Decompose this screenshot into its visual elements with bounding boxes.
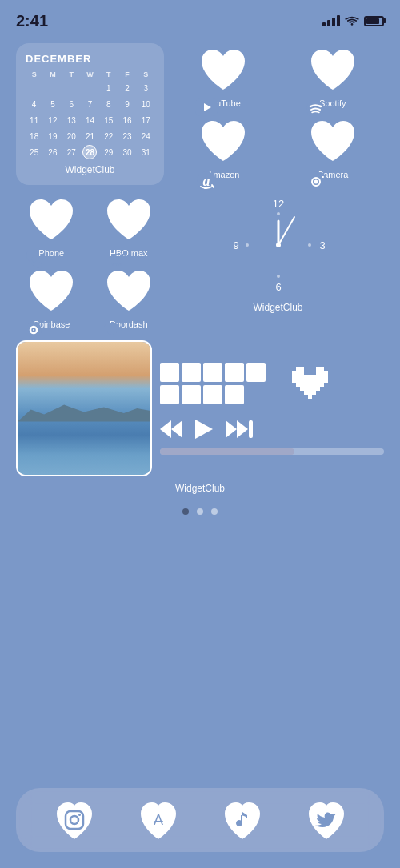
page-dot-1	[182, 508, 189, 515]
cal-day-12: 12	[46, 113, 60, 127]
battery-icon	[364, 16, 384, 26]
hbomax-icon: HBO max	[101, 248, 133, 266]
svg-marker-37	[160, 420, 171, 438]
svg-rect-34	[304, 391, 316, 395]
cal-day-13: 13	[64, 113, 78, 127]
playback-controls	[160, 420, 384, 439]
cal-header-s2: S	[138, 70, 154, 79]
cal-day-14: 14	[82, 113, 97, 127]
cal-day-2: 2	[120, 81, 134, 95]
svg-text:3: 3	[319, 239, 325, 251]
music-block	[182, 385, 201, 404]
amazon-icon: a	[195, 170, 218, 192]
status-icons	[322, 15, 384, 26]
cal-day-31: 31	[138, 145, 153, 159]
ocean-photo	[18, 342, 150, 475]
music-blocks-row2	[160, 385, 280, 404]
phone-heart-icon	[23, 193, 79, 245]
svg-rect-33	[300, 387, 320, 391]
svg-rect-31	[292, 379, 328, 383]
svg-rect-32	[296, 383, 324, 387]
svg-marker-39	[226, 420, 237, 438]
svg-marker-38	[195, 420, 213, 439]
music-block	[203, 363, 222, 382]
signal-icon	[322, 15, 340, 26]
cal-day-6: 6	[64, 97, 78, 111]
cal-day-empty	[46, 81, 60, 95]
left-apps-grid: Phone HBO max HBO max	[16, 193, 164, 329]
app-phone[interactable]: Phone	[16, 193, 87, 258]
cal-day-27: 27	[64, 145, 78, 159]
wifi-icon	[345, 16, 359, 26]
spotify-icon	[305, 98, 326, 119]
app-hbomax[interactable]: HBO max HBO max	[94, 193, 165, 258]
music-widget-label: WidgetClub	[16, 483, 384, 494]
cal-day-1: 1	[102, 81, 116, 95]
cal-header-t1: T	[63, 70, 80, 79]
dock-appstore[interactable]: A	[136, 798, 181, 842]
cal-day-10: 10	[138, 97, 153, 111]
page-dots	[16, 508, 384, 515]
top-row: DECEMBER S M T W T F S 1 2 3 4 5	[16, 43, 384, 185]
svg-point-19	[277, 212, 280, 215]
dock-twitter[interactable]	[304, 798, 349, 842]
music-section: WidgetClub	[16, 340, 384, 494]
youtube-heart-icon	[195, 43, 251, 95]
camera-icon	[305, 170, 327, 189]
music-pixel-heart	[288, 363, 332, 410]
status-bar: 2:41	[0, 0, 400, 35]
music-blocks-row1	[160, 363, 280, 382]
music-blocks-area	[160, 363, 280, 404]
dock-instagram[interactable]	[52, 798, 97, 842]
calendar-widget-label: WidgetClub	[26, 164, 154, 175]
hbomax-heart-icon: HBO max	[101, 193, 157, 245]
page-dot-3	[211, 508, 218, 515]
cal-day-empty	[82, 81, 97, 95]
progress-fill	[160, 448, 294, 455]
rewind-icon[interactable]	[160, 420, 182, 438]
cal-day-15: 15	[102, 113, 116, 127]
cal-header-w: W	[82, 70, 98, 79]
app-camera[interactable]: Camera	[282, 115, 385, 179]
music-block	[203, 385, 222, 404]
app-youtube[interactable]: YouTube	[172, 43, 275, 108]
cal-day-5: 5	[46, 97, 60, 111]
cal-day-18: 18	[27, 129, 42, 143]
svg-point-14	[33, 329, 34, 331]
calendar-month: DECEMBER	[26, 53, 154, 65]
fast-forward-icon[interactable]	[226, 420, 253, 438]
svg-rect-35	[308, 395, 312, 399]
music-block	[160, 363, 179, 382]
cal-day-21: 21	[82, 129, 97, 143]
cal-day-17: 17	[138, 113, 153, 127]
svg-rect-27	[316, 367, 324, 371]
music-controls	[160, 363, 384, 455]
app-coinbase[interactable]: Coinbase	[16, 264, 87, 329]
dock-tiktok[interactable]	[220, 798, 265, 842]
cal-day-9: 9	[120, 97, 134, 111]
cal-day-25: 25	[27, 145, 42, 159]
cal-day-4: 4	[27, 97, 42, 111]
spotify-heart-icon	[305, 43, 361, 95]
svg-text:max: max	[111, 261, 122, 266]
app-spotify[interactable]: Spotify	[282, 43, 385, 108]
progress-bar[interactable]	[160, 448, 384, 455]
cal-header-s1: S	[26, 70, 42, 79]
music-row	[16, 340, 384, 476]
photo-widget	[16, 340, 152, 476]
svg-point-25	[276, 243, 281, 247]
music-block	[182, 363, 201, 382]
cal-day-empty	[27, 81, 42, 95]
music-block	[246, 363, 266, 382]
cal-day-7: 7	[82, 97, 97, 111]
app-amazon[interactable]: a Amazon	[172, 115, 275, 179]
svg-line-23	[278, 217, 294, 245]
main-content: DECEMBER S M T W T F S 1 2 3 4 5	[0, 43, 400, 515]
cal-day-3: 3	[138, 81, 153, 95]
app-doordash[interactable]: Doordash	[94, 264, 165, 329]
amazon-heart-icon: a	[195, 115, 251, 167]
play-icon[interactable]	[195, 420, 213, 439]
cal-day-30: 30	[120, 145, 134, 159]
phone-icon	[23, 248, 44, 269]
coinbase-heart-icon	[23, 264, 79, 316]
